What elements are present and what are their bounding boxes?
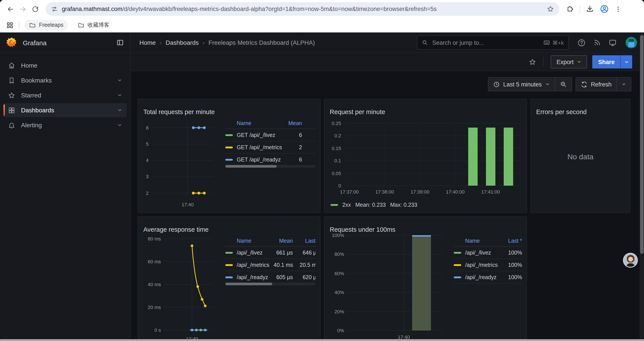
floating-assistant-avatar[interactable] xyxy=(623,253,638,268)
bookmark-folder-blogs[interactable]: 收藏博客 xyxy=(73,20,114,31)
legend-col-last[interactable]: Last * xyxy=(504,238,522,244)
user-avatar[interactable] xyxy=(626,37,637,48)
grafana-logo[interactable] xyxy=(6,37,18,48)
browser-menu-kebab-icon[interactable] xyxy=(615,6,622,13)
profile-icon[interactable] xyxy=(600,5,609,14)
legend-row[interactable]: /api/_/livez 661 µs 646 µs xyxy=(225,247,316,259)
legend-row[interactable]: /api/_/metrics 40.1 ms 20.5 ms xyxy=(225,259,316,271)
refresh-button[interactable]: Refresh xyxy=(576,78,616,91)
site-settings-icon[interactable] xyxy=(51,6,58,13)
series-last: 100% xyxy=(504,262,522,268)
svg-text:17:38:00: 17:38:00 xyxy=(375,189,394,195)
svg-text:80 ms: 80 ms xyxy=(148,236,161,242)
avatar-face xyxy=(628,257,633,261)
svg-text:5: 5 xyxy=(146,141,148,147)
scrollbar-thumb[interactable] xyxy=(225,165,277,168)
series-color-pill xyxy=(454,276,461,278)
sidebar-collapse-button[interactable] xyxy=(116,39,124,47)
breadcrumb-dashboards[interactable]: Dashboards xyxy=(166,39,198,46)
legend-scrollbar[interactable] xyxy=(225,283,316,285)
legend-row[interactable]: GET /api/_/readyz 6 xyxy=(225,154,316,166)
scrollbar-thumb[interactable] xyxy=(225,283,272,285)
forward-icon xyxy=(19,5,27,13)
series-name[interactable]: GET /api/_/metrics xyxy=(237,144,282,150)
url-text: grafana.mathmast.com/d/deytv4rwavabkb/fr… xyxy=(62,6,547,12)
time-range-picker[interactable]: Last 5 minutes xyxy=(488,78,554,91)
export-button[interactable]: Export xyxy=(551,55,587,69)
help-icon[interactable] xyxy=(577,38,586,47)
legend-col-mean[interactable]: Mean xyxy=(274,238,293,244)
search-bar[interactable]: ⌘+k xyxy=(417,36,568,50)
refresh-interval-dropdown[interactable] xyxy=(617,78,631,91)
back-button[interactable] xyxy=(4,3,17,15)
series-name[interactable]: 2xx xyxy=(342,202,351,208)
forward-button[interactable] xyxy=(17,3,29,15)
svg-text:20%: 20% xyxy=(334,309,344,314)
legend-row[interactable]: /api/_/readyz 605 µs 620 µs xyxy=(225,271,316,283)
series-name[interactable]: /api/_/readyz xyxy=(465,274,504,280)
breadcrumb-home[interactable]: Home xyxy=(140,39,156,46)
legend-header-row: Name Mean Last * xyxy=(225,235,316,247)
sidebar-item-alerting[interactable]: Alerting xyxy=(4,118,127,132)
search-input[interactable] xyxy=(432,39,540,46)
panel-title[interactable]: Total requests per minute xyxy=(143,108,215,115)
downloads-icon[interactable] xyxy=(586,5,594,13)
legend-col-last[interactable]: Last * xyxy=(293,238,316,244)
news-rss-icon[interactable] xyxy=(593,39,601,47)
series-name[interactable]: /api/_/metrics xyxy=(465,262,504,268)
time-range-group: Last 5 minutes xyxy=(488,77,572,91)
chevron-down-icon[interactable] xyxy=(117,93,122,98)
bookmark-folder-freeleaps[interactable]: Freeleaps xyxy=(24,20,68,30)
series-name[interactable]: GET /api/_/livez xyxy=(237,132,282,138)
series-name[interactable]: /api/_/readyz xyxy=(237,274,274,280)
bookmark-page-star-icon[interactable] xyxy=(547,5,554,13)
panel-title[interactable]: Average response time xyxy=(143,226,209,233)
bar-chart: 0.25 0.2 0.15 0.1 0.05 0 17:37:00 17:38:… xyxy=(330,111,522,197)
series-name[interactable]: /api/_/livez xyxy=(465,249,504,256)
panel-title[interactable]: Errors per second xyxy=(536,108,587,115)
legend-row[interactable]: /api/_/livez 100% xyxy=(454,247,522,259)
series-name[interactable]: /api/_/metrics xyxy=(237,262,274,268)
legend-row[interactable]: /api/_/readyz 100% xyxy=(454,271,522,283)
sidebar-item-home[interactable]: Home xyxy=(4,58,127,72)
dashboard-canvas: Last 5 minutes Refresh xyxy=(131,71,644,339)
favorite-star-button[interactable] xyxy=(529,58,536,66)
svg-text:17:40: 17:40 xyxy=(398,334,410,339)
apps-grid-icon[interactable] xyxy=(6,21,14,29)
chevron-down-icon[interactable] xyxy=(117,108,122,113)
legend-scrollbar[interactable] xyxy=(225,165,316,168)
export-label: Export xyxy=(556,59,574,65)
chevron-down-icon[interactable] xyxy=(117,78,122,83)
extensions-icon[interactable] xyxy=(566,5,574,13)
share-dropdown-button[interactable] xyxy=(621,55,632,69)
legend-row[interactable]: GET /api/_/metrics 2 xyxy=(225,141,316,154)
sidebar: Grafana Home Bookmarks Starred xyxy=(0,33,131,339)
sidebar-header: Grafana xyxy=(0,33,130,53)
zoom-out-button[interactable] xyxy=(555,78,572,91)
sidebar-item-dashboards[interactable]: Dashboards xyxy=(4,103,127,117)
bookmark-icon xyxy=(8,77,15,84)
legend-col-name[interactable]: Name xyxy=(237,120,282,126)
page-scrollbar[interactable] xyxy=(640,33,644,339)
reload-button[interactable] xyxy=(29,3,41,15)
panel-average-response-time: Average response time 80 ms 60 ms 40 ms … xyxy=(138,216,320,339)
share-button[interactable]: Share xyxy=(592,55,620,69)
svg-text:0.25: 0.25 xyxy=(332,121,341,126)
series-name[interactable]: GET /api/_/readyz xyxy=(237,156,282,163)
sidebar-item-starred[interactable]: Starred xyxy=(4,88,127,102)
legend-row[interactable]: GET /api/_/livez 6 xyxy=(225,129,316,141)
kiosk-monitor-icon[interactable] xyxy=(608,38,617,47)
search-shortcut: ⌘+k xyxy=(543,39,564,46)
legend-col-name[interactable]: Name xyxy=(237,238,274,244)
scrollbar-thumb[interactable] xyxy=(640,35,644,254)
no-data-message: No data xyxy=(531,153,630,162)
sidebar-item-bookmarks[interactable]: Bookmarks xyxy=(4,73,127,87)
svg-text:0: 0 xyxy=(338,183,341,188)
series-name[interactable]: /api/_/livez xyxy=(237,249,274,256)
chevron-down-icon[interactable] xyxy=(117,122,122,128)
address-bar[interactable]: grafana.mathmast.com/d/deytv4rwavabkb/fr… xyxy=(46,2,560,16)
legend-col-name[interactable]: Name xyxy=(465,238,504,244)
zoom-out-icon xyxy=(560,81,566,88)
legend-row[interactable]: /api/_/metrics 100% xyxy=(454,259,522,271)
legend-col-mean[interactable]: Mean xyxy=(282,120,302,126)
